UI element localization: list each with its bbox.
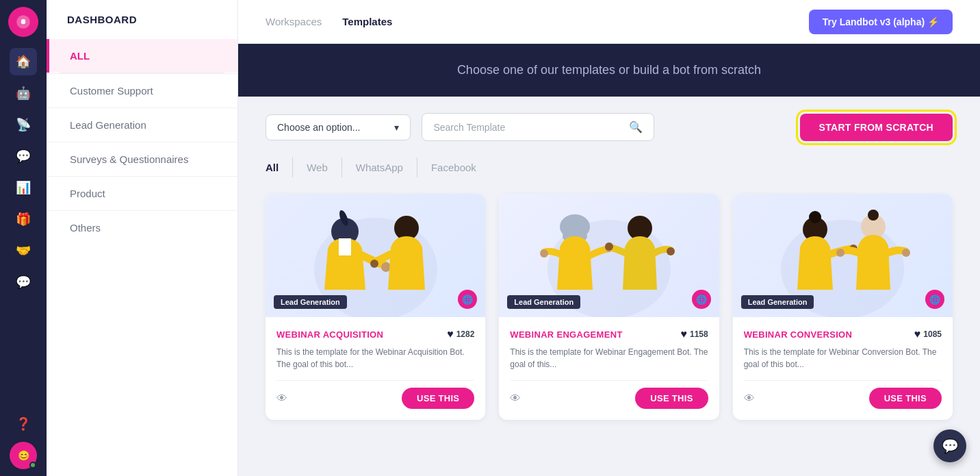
svg-rect-5 <box>339 238 351 255</box>
try-v3-button[interactable]: Try Landbot v3 (alpha) ⚡ <box>809 10 953 34</box>
nav-help-icon[interactable]: ❓ <box>10 410 37 438</box>
tab-whatsapp[interactable]: WhatsApp <box>356 158 417 177</box>
search-icon: 🔍 <box>629 121 643 134</box>
svg-point-24 <box>902 249 910 257</box>
tab-facebook[interactable]: Facebook <box>431 158 490 177</box>
card-body-1: WEBINAR ACQUISITION ♥ 1282 This is the t… <box>266 317 485 420</box>
sidebar: DASHBOARD ALL Customer Support Lead Gene… <box>47 0 238 476</box>
option-select[interactable]: Choose an option... ▾ <box>266 114 411 140</box>
card-webinar-engagement: Lead Generation 🌐 WEBINAR ENGAGEMENT ♥ 1… <box>499 194 719 420</box>
card-title-row-1: WEBINAR ACQUISITION ♥ 1282 <box>276 328 474 340</box>
card-title-1: WEBINAR ACQUISITION <box>276 329 383 340</box>
svg-point-14 <box>540 249 548 258</box>
eye-icon-1[interactable]: 👁 <box>276 392 287 405</box>
hero-text: Choose one of our templates or build a b… <box>457 63 761 77</box>
card-body-3: WEBINAR CONVERSION ♥ 1085 This is the te… <box>733 317 953 420</box>
card-body-2: WEBINAR ENGAGEMENT ♥ 1158 This is the te… <box>499 317 719 420</box>
eye-icon-3[interactable]: 👁 <box>744 392 755 405</box>
use-btn-1[interactable]: USE THIS <box>402 388 474 409</box>
svg-point-20 <box>809 211 821 223</box>
svg-point-25 <box>836 249 844 257</box>
heart-icon-3: ♥ <box>914 328 921 340</box>
card-title-row-3: WEBINAR CONVERSION ♥ 1085 <box>744 328 942 340</box>
main-content: Workspaces Templates Try Landbot v3 (alp… <box>238 0 980 476</box>
heart-icon-1: ♥ <box>447 328 454 340</box>
card-desc-3: This is the template for Webinar Convers… <box>744 346 942 371</box>
filter-row: Choose an option... ▾ 🔍 START FROM SCRAT… <box>266 113 953 141</box>
card-tag-3: Lead Generation <box>741 295 814 309</box>
card-likes-2: ♥ 1158 <box>680 328 708 340</box>
nav-analytics-icon[interactable]: 📊 <box>10 174 37 201</box>
type-tabs: All Web WhatsApp Facebook <box>266 158 953 177</box>
nav-gift-icon[interactable]: 🎁 <box>10 205 37 233</box>
svg-point-16 <box>605 242 613 251</box>
nav-templates[interactable]: Templates <box>342 13 392 30</box>
card-webinar-acquisition: Lead Generation 🌐 WEBINAR ACQUISITION ♥ … <box>266 194 485 420</box>
use-btn-2[interactable]: USE THIS <box>635 388 708 409</box>
card-likes-1: ♥ 1282 <box>447 328 474 340</box>
card-footer-3: 👁 USE THIS <box>744 380 942 409</box>
nav-bot-icon[interactable]: 🤖 <box>10 79 37 107</box>
user-avatar[interactable]: 😊 <box>10 442 37 469</box>
card-webinar-conversion: Lead Generation 🌐 WEBINAR CONVERSION ♥ 1… <box>733 194 953 420</box>
nav-handshake-icon[interactable]: 🤝 <box>10 237 37 264</box>
sidebar-item-all[interactable]: ALL <box>47 39 237 73</box>
tab-web[interactable]: Web <box>307 158 342 177</box>
card-desc-1: This is the template for the Webinar Acq… <box>276 346 474 371</box>
card-title-2: WEBINAR ENGAGEMENT <box>510 329 622 340</box>
sidebar-title: DASHBOARD <box>47 14 237 39</box>
heart-icon-2: ♥ <box>680 328 687 340</box>
nav-broadcast-icon[interactable]: 📡 <box>10 111 37 138</box>
sidebar-item-customer-support[interactable]: Customer Support <box>47 73 237 108</box>
card-image-3: Lead Generation 🌐 <box>733 194 953 317</box>
card-title-3: WEBINAR CONVERSION <box>744 329 853 340</box>
card-title-row-2: WEBINAR ENGAGEMENT ♥ 1158 <box>510 328 708 340</box>
sidebar-item-surveys[interactable]: Surveys & Questionnaires <box>47 142 237 176</box>
hero-banner: Choose one of our templates or build a b… <box>238 44 980 97</box>
nav-workspaces[interactable]: Workspaces <box>266 13 322 30</box>
svg-point-1 <box>21 20 26 25</box>
online-indicator <box>29 462 36 468</box>
sidebar-item-others[interactable]: Others <box>47 210 237 245</box>
chat-fab-button[interactable]: 💬 <box>933 429 966 462</box>
search-box: 🔍 <box>422 113 654 141</box>
logo[interactable] <box>8 7 38 37</box>
nav-home-icon[interactable]: 🏠 <box>10 48 37 75</box>
content-area: Choose an option... ▾ 🔍 START FROM SCRAT… <box>238 97 980 476</box>
top-nav: Workspaces Templates Try Landbot v3 (alp… <box>238 0 980 44</box>
sidebar-item-product[interactable]: Product <box>47 176 237 210</box>
card-desc-2: This is the template for Webinar Engagem… <box>510 346 708 371</box>
card-image-2: Lead Generation 🌐 <box>499 194 719 317</box>
svg-point-17 <box>667 247 675 255</box>
chevron-down-icon: ▾ <box>394 122 399 133</box>
sidebar-item-lead-generation[interactable]: Lead Generation <box>47 108 237 142</box>
tab-all[interactable]: All <box>266 158 293 177</box>
card-platform-1: 🌐 <box>458 290 477 309</box>
svg-point-8 <box>370 260 378 268</box>
nav-chat-icon[interactable]: 💬 <box>10 142 37 170</box>
card-platform-2: 🌐 <box>692 290 711 309</box>
card-tag-2: Lead Generation <box>507 295 580 309</box>
card-image-1: Lead Generation 🌐 <box>266 194 485 317</box>
svg-point-23 <box>868 210 879 221</box>
card-footer-1: 👁 USE THIS <box>276 380 474 409</box>
card-likes-3: ♥ 1085 <box>914 328 942 340</box>
search-input[interactable] <box>433 122 623 133</box>
use-btn-3[interactable]: USE THIS <box>869 388 942 409</box>
cards-grid: Lead Generation 🌐 WEBINAR ACQUISITION ♥ … <box>266 194 953 420</box>
chat-fab-icon: 💬 <box>942 438 959 454</box>
start-from-scratch-button[interactable]: START FROM SCRATCH <box>800 114 953 141</box>
card-platform-3: 🌐 <box>925 290 944 309</box>
nav-support-icon[interactable]: 💬 <box>10 268 37 296</box>
eye-icon-2[interactable]: 👁 <box>510 392 521 405</box>
card-footer-2: 👁 USE THIS <box>510 380 708 409</box>
card-tag-1: Lead Generation <box>274 295 347 309</box>
icon-bar: 🏠 🤖 📡 💬 📊 🎁 🤝 💬 ❓ 😊 <box>0 0 47 476</box>
